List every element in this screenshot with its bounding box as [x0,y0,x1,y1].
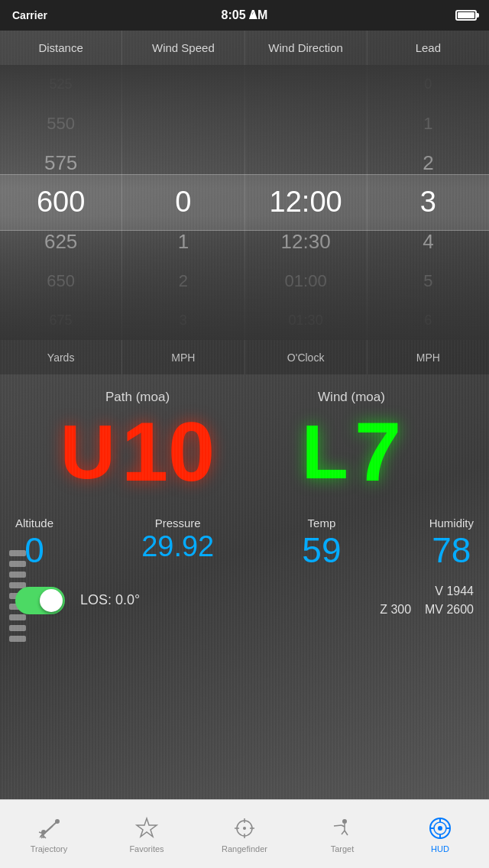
wind-value-row: L 7 [302,410,401,494]
tab-hud[interactable]: HUD [391,800,489,868]
path-letter: U [60,413,115,490]
picker-item-selected[interactable]: 0 [122,183,244,222]
picker-winddirection-column[interactable]: 12:00 12:30 01:00 01:30 [245,65,368,340]
toggle-row: LOS: 0.0° V 1944 Z 300 MV 2600 [0,576,489,625]
path-label: Path (moa) [105,390,170,405]
temp-label: Temp [308,517,336,530]
los-text: LOS: 0.0° [80,592,140,608]
tab-trajectory[interactable]: Trajectory [0,800,98,868]
path-number: 10 [121,410,215,494]
header-distance: Distance [0,31,122,65]
results-section: Path (moa) U 10 Wind (moa) L 7 [0,374,489,501]
picker-item[interactable]: 625 [0,222,121,261]
picker-item[interactable] [122,104,244,143]
humidity-value: 78 [432,531,471,570]
picker-item[interactable]: 575 [0,144,121,183]
picker-distance-column[interactable]: 525 550 575 600 625 650 675 [0,65,122,340]
toggle-knob [40,589,63,612]
picker-item-selected[interactable]: 600 [0,183,121,222]
svg-line-19 [345,831,348,835]
svg-point-13 [243,827,246,830]
pressure-value: 29.92 [141,531,214,563]
scroll-bar [9,636,26,642]
humidity-item: Humidity 78 [429,517,474,570]
picker-item[interactable]: 01:00 [245,261,367,300]
picker-item[interactable]: 12:30 [245,222,367,261]
picker-item[interactable]: 650 [0,261,121,300]
picker-item[interactable] [245,65,367,104]
scroll-bar [9,572,26,578]
picker-item[interactable] [122,65,244,104]
picker-item[interactable]: 01:30 [245,301,367,340]
trajectory-icon [36,815,62,841]
picker-item[interactable]: 2 [122,261,244,300]
unit-lead: MPH [368,340,489,374]
status-bar: Carrier ▲ 8:05 AM [0,0,489,31]
header-winddirection: Wind Direction [245,31,368,65]
wind-number: 7 [355,410,401,494]
tab-favorites[interactable]: Favorites [98,800,196,868]
picker-item[interactable]: 525 [0,65,121,104]
temp-value: 59 [302,531,341,570]
picker-units: Yards MPH O'Clock MPH [0,340,489,374]
picker-item[interactable]: 6 [368,301,489,340]
picker-item[interactable] [245,144,367,183]
battery-icon [455,10,477,21]
picker-item[interactable]: 1 [368,104,489,143]
scroll-bar [9,614,26,620]
tab-favorites-label: Favorites [129,844,164,853]
unit-winddirection: O'Clock [245,340,368,374]
header-windspeed: Wind Speed [122,31,244,65]
time-display: 8:05 AM [222,8,268,22]
picker-item[interactable]: 2 [368,144,489,183]
svg-marker-7 [137,818,157,837]
picker-item[interactable]: 0 [368,65,489,104]
picker-drums[interactable]: 525 550 575 600 625 650 675 0 1 2 3 [0,65,489,340]
header-lead: Lead [368,31,489,65]
picker-item-selected[interactable]: 3 [368,183,489,222]
tab-hud-label: HUD [431,844,449,853]
svg-line-18 [342,831,345,834]
pressure-label: Pressure [155,517,201,530]
temp-item: Temp 59 [302,517,341,570]
tab-target[interactable]: Target [293,800,391,868]
picker-item[interactable]: 675 [0,301,121,340]
star-icon [134,815,160,841]
picker-windspeed-column[interactable]: 0 1 2 3 [122,65,244,340]
tab-bar: Trajectory Favorites Rangefinder Targ [0,799,489,868]
picker-item-selected[interactable]: 12:00 [245,183,367,222]
picker-item[interactable]: 4 [368,222,489,261]
picker-item[interactable]: 5 [368,261,489,300]
los-toggle[interactable] [15,587,65,614]
humidity-label: Humidity [429,517,474,530]
scroll-bar [9,550,26,556]
tab-rangefinder-label: Rangefinder [222,844,267,853]
tab-target-label: Target [331,844,355,853]
path-value-row: U 10 [60,410,215,494]
picker-item[interactable] [122,144,244,183]
wind-letter: L [302,413,348,490]
wind-result-group: Wind (moa) L 7 [244,390,458,494]
tab-trajectory-label: Trajectory [31,844,68,853]
picker-item[interactable]: 3 [122,301,244,340]
scroll-bar [9,561,26,567]
scroll-bar [9,625,26,631]
picker-item[interactable]: 1 [122,222,244,261]
z-value: Z 300 MV 2600 [380,601,474,619]
main-content: Distance Wind Speed Wind Direction Lead … [0,31,489,868]
svg-point-0 [55,819,60,824]
picker-item[interactable] [245,104,367,143]
status-right-icons [455,10,477,21]
pressure-item: Pressure 29.92 [141,517,214,563]
crosshair-icon [232,815,257,841]
svg-point-14 [342,819,347,824]
picker-section[interactable]: Distance Wind Speed Wind Direction Lead … [0,31,489,374]
tab-rangefinder[interactable]: Rangefinder [196,800,293,868]
target-shooter-icon [329,815,355,841]
picker-item[interactable]: 550 [0,104,121,143]
picker-headers: Distance Wind Speed Wind Direction Lead [0,31,489,65]
right-values: V 1944 Z 300 MV 2600 [380,582,474,619]
hud-icon [427,815,453,841]
svg-line-17 [334,825,342,826]
picker-lead-column[interactable]: 0 1 2 3 4 5 6 [368,65,489,340]
